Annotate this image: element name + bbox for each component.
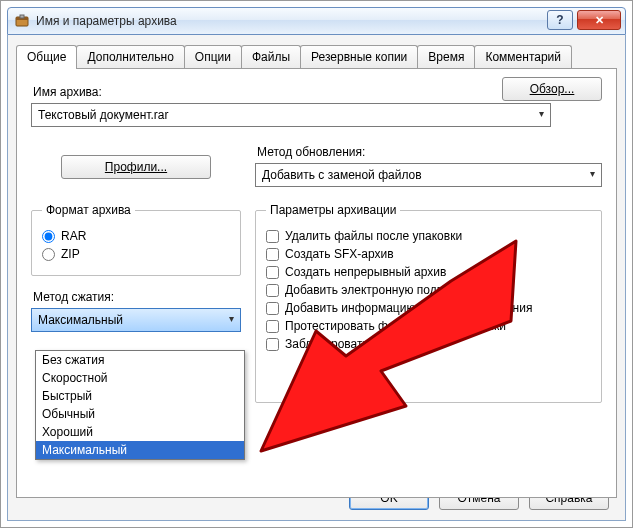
help-window-button[interactable]: ? (547, 10, 573, 30)
param-sign-checkbox[interactable] (266, 284, 279, 297)
format-rar-label: RAR (61, 229, 86, 243)
param-sfx-label: Создать SFX-архив (285, 247, 394, 261)
tab-general[interactable]: Общие (16, 45, 77, 69)
params-legend: Параметры архивации (266, 203, 400, 217)
param-test-label: Протестировать файлы после упаковки (285, 319, 506, 333)
format-zip-label: ZIP (61, 247, 80, 261)
archive-name-value: Текстовый документ.rar (38, 108, 168, 122)
window-title: Имя и параметры архива (36, 14, 177, 28)
param-delete-label: Удалить файлы после упаковки (285, 229, 462, 243)
svg-rect-2 (20, 15, 24, 18)
profiles-button[interactable]: Профили... (61, 155, 211, 179)
param-solid-label: Создать непрерывный архив (285, 265, 446, 279)
compression-value: Максимальный (38, 313, 123, 327)
update-method-select[interactable]: Добавить с заменой файлов (255, 163, 602, 187)
param-lock-label: Заблокировать архив (285, 337, 404, 351)
param-solid-checkbox[interactable] (266, 266, 279, 279)
browse-button[interactable]: Обзор... (502, 77, 602, 101)
tab-backup[interactable]: Резервные копии (300, 45, 418, 68)
format-rar-radio[interactable] (42, 230, 55, 243)
compression-option[interactable]: Быстрый (36, 387, 244, 405)
compression-select[interactable]: Максимальный (31, 308, 241, 332)
params-fieldset: Параметры архивации Удалить файлы после … (255, 203, 602, 403)
param-sfx-checkbox[interactable] (266, 248, 279, 261)
update-method-label: Метод обновления: (257, 145, 602, 159)
tab-comment[interactable]: Комментарий (474, 45, 572, 68)
format-zip-radio[interactable] (42, 248, 55, 261)
tab-time[interactable]: Время (417, 45, 475, 68)
compression-option[interactable]: Максимальный (36, 441, 244, 459)
param-recovery-label: Добавить информацию для восстановления (285, 301, 532, 315)
app-icon (14, 13, 30, 29)
archive-name-input[interactable]: Текстовый документ.rar (31, 103, 551, 127)
param-recovery-checkbox[interactable] (266, 302, 279, 315)
compression-option[interactable]: Скоростной (36, 369, 244, 387)
param-lock-checkbox[interactable] (266, 338, 279, 351)
compression-label: Метод сжатия: (33, 290, 241, 304)
tab-advanced[interactable]: Дополнительно (76, 45, 184, 68)
format-legend: Формат архива (42, 203, 135, 217)
compression-dropdown[interactable]: Без сжатия Скоростной Быстрый Обычный Хо… (35, 350, 245, 460)
tab-strip: Общие Дополнительно Опции Файлы Резервны… (16, 45, 617, 68)
titlebar: Имя и параметры архива ? ✕ (7, 7, 626, 35)
compression-option[interactable]: Обычный (36, 405, 244, 423)
param-delete-checkbox[interactable] (266, 230, 279, 243)
update-method-value: Добавить с заменой файлов (262, 168, 422, 182)
tab-files[interactable]: Файлы (241, 45, 301, 68)
compression-option[interactable]: Без сжатия (36, 351, 244, 369)
close-window-button[interactable]: ✕ (577, 10, 621, 30)
param-sign-label: Добавить электронную подпись (285, 283, 462, 297)
tab-options[interactable]: Опции (184, 45, 242, 68)
compression-option[interactable]: Хороший (36, 423, 244, 441)
format-fieldset: Формат архива RAR ZIP (31, 203, 241, 276)
param-test-checkbox[interactable] (266, 320, 279, 333)
